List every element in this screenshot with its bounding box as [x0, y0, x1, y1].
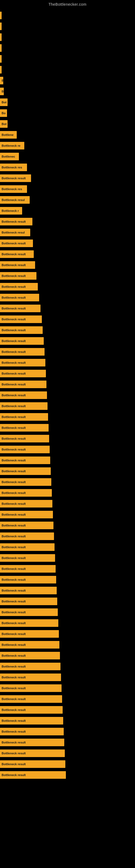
bar-row: Bottleneck result	[0, 661, 135, 672]
bar-label: B	[2, 79, 3, 82]
bar: Bottleneck result	[0, 315, 42, 323]
bar	[0, 55, 2, 63]
bar: Bottleneck result	[0, 749, 65, 757]
bar-row: Bottleneck r	[0, 206, 135, 216]
bar	[0, 66, 2, 73]
bar-label: Bottleneck result	[2, 491, 26, 495]
bar-label: Bottlenec	[2, 155, 15, 158]
bar-label: Bottleneck result	[2, 524, 26, 527]
bar: Bottleneck result	[0, 641, 59, 649]
bar-row: Bottleneck result	[0, 282, 135, 292]
bar: Bottleneck result	[0, 500, 52, 507]
bar-label: Bottleneck result	[2, 546, 26, 549]
bar-label: Bottleneck result	[2, 708, 26, 712]
bar-row	[0, 32, 135, 42]
bar-row: Bottleneck result	[0, 520, 135, 531]
bar-row: Bottleneck result	[0, 368, 135, 379]
bar-label: Bottleneck resul	[2, 198, 25, 202]
bar-row: Bottleneck result	[0, 379, 135, 390]
bar-row	[0, 21, 135, 31]
bar: Bottleneck result	[0, 435, 49, 442]
bar-row: Bottleneck result	[0, 726, 135, 737]
bar-row: Bottleneck result	[0, 531, 135, 541]
bar: Bottleneck result	[0, 760, 65, 768]
bar-row: Bo	[0, 108, 135, 118]
bar-row: Bottleneck result	[0, 238, 135, 248]
bar: Bottleneck result	[0, 402, 48, 410]
bar	[0, 23, 2, 30]
bar-label: Bottleneck res	[2, 166, 22, 169]
bar: Bottleneck result	[0, 695, 62, 703]
bar-row: Bottleneck result	[0, 423, 135, 433]
bar-label: Bottleneck result	[2, 686, 26, 690]
bar-label: B	[2, 90, 4, 93]
bar-row: Bottleneck result	[0, 770, 135, 780]
bar-label: Bottleneck result	[2, 177, 26, 180]
bar: Bottleneck re	[0, 142, 24, 150]
bar: Bottleneck result	[0, 597, 57, 605]
bar-label: Bottleneck resul	[2, 231, 25, 234]
bar-label: Bo	[2, 112, 6, 115]
bar-label: Bottleneck result	[2, 643, 26, 646]
bar-label: Bottleneck result	[2, 274, 26, 278]
bar-label: Bottleneck result	[2, 600, 26, 603]
bar-label: Bottleneck result	[2, 556, 26, 560]
bar-row	[0, 10, 135, 21]
bar: B	[0, 77, 3, 84]
bar: Bottleneck resul	[0, 196, 30, 204]
bar: Bottleneck result	[0, 272, 37, 280]
bar-row: Bottleneck result	[0, 596, 135, 607]
bar-row: Bottleneck result	[0, 585, 135, 596]
bar: Bottleneck result	[0, 489, 52, 497]
bar: Bottleneck result	[0, 446, 50, 453]
bar-row	[0, 54, 135, 64]
bar-row: Bottleneck result	[0, 759, 135, 769]
bar-row: Bottleneck result	[0, 173, 135, 183]
bar: Bottleneck result	[0, 218, 32, 225]
bar-row	[0, 65, 135, 75]
bar-row: Bottleneck res	[0, 184, 135, 194]
bar: B	[0, 88, 4, 95]
bar-label: Bottleneck r	[2, 209, 19, 212]
bar: Bottleneck result	[0, 739, 64, 746]
bar: Bottleneck result	[0, 348, 45, 355]
bar-label: Bottleneck result	[2, 252, 26, 256]
bar: Bottleneck result	[0, 424, 49, 432]
bar-label: Bottleneck result	[2, 665, 26, 668]
bar-label: Bottleneck result	[2, 611, 26, 614]
bar-row: Bottleneck result	[0, 292, 135, 303]
bar-label: Bottleneck res	[2, 187, 22, 191]
bar-row: Bottleneck result	[0, 260, 135, 270]
bar-row: Bottleneck result	[0, 336, 135, 346]
bar: Bottleneck result	[0, 587, 57, 594]
bar-row: Bottleneck result	[0, 499, 135, 509]
bar-row: Bottleneck result	[0, 477, 135, 487]
bar-row: B	[0, 86, 135, 97]
bar: Bottleneck result	[0, 511, 53, 518]
bar-row: Bottleneck result	[0, 358, 135, 368]
bar-row: Bottleneck re	[0, 141, 135, 151]
bar: Bottleneck result	[0, 522, 53, 529]
bar-label: Bottleneck result	[2, 741, 26, 744]
bars-container: BBBotBoBotBottleneBottleneck reBottlenec…	[0, 8, 135, 781]
bar	[0, 12, 2, 19]
bar: Bottleneck result	[0, 392, 47, 399]
bar-row: Bottleneck result	[0, 325, 135, 335]
bar-label: Bottleneck result	[2, 242, 26, 245]
bar-label: Bottleneck result	[2, 578, 26, 581]
bar-label: Bottleneck result	[2, 361, 26, 364]
bar	[0, 33, 2, 41]
bar: Bottleneck res	[0, 163, 27, 171]
bar-row: Bottleneck result	[0, 314, 135, 324]
bar: Bottleneck result	[0, 565, 56, 572]
bar-row: Bottleneck result	[0, 488, 135, 498]
bar: Bottleneck result	[0, 283, 38, 290]
bar: Bottleneck result	[0, 684, 61, 692]
bar: Bottleneck result	[0, 326, 43, 334]
bar-row: Bottleneck result	[0, 640, 135, 650]
bar: Bottlene	[0, 131, 17, 138]
bar-label: Bottlene	[2, 133, 13, 136]
bar-label: Bottleneck result	[2, 318, 26, 321]
bar: Bot	[0, 98, 8, 106]
bar-label: Bottleneck result	[2, 426, 26, 429]
